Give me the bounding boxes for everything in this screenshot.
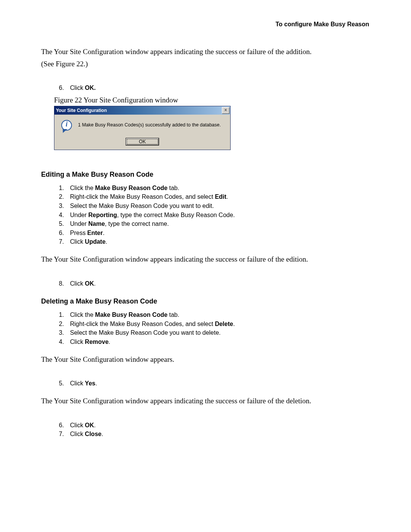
delete-step-2: 7.Click Close. xyxy=(53,430,369,438)
deleting-heading: Deleting a Make Busy Reason Code xyxy=(41,297,369,305)
edit-step-7: 7.Click Update. xyxy=(53,238,369,246)
step-number: 3. xyxy=(53,329,64,337)
step-text: Under Reporting, type the correct Make B… xyxy=(70,211,369,219)
edit-step-3: 3.Select the Make Busy Reason Code you w… xyxy=(53,202,369,210)
step-number: 4. xyxy=(53,211,64,219)
step-number: 6. xyxy=(53,229,64,237)
step-6: 6. Click OK. xyxy=(53,84,369,92)
info-icon xyxy=(61,120,73,132)
step-number: 2. xyxy=(53,193,64,201)
step-number: 5. xyxy=(53,220,64,228)
delete-step-3: 3.Select the Make Busy Reason Code you w… xyxy=(53,329,369,337)
step-number: 7. xyxy=(53,430,64,438)
step-text: Right-click the Make Busy Reason Codes, … xyxy=(70,193,369,201)
site-configuration-dialog: Your Site Configuration × 1 Make Busy Re… xyxy=(54,106,231,150)
edit-step-4: 4.Under Reporting, type the correct Make… xyxy=(53,211,369,219)
step-text: Click OK. xyxy=(70,421,369,430)
step-text: Click xyxy=(70,85,85,91)
editing-heading: Editing a Make Busy Reason Code xyxy=(41,171,369,179)
page-header: To configure Make Busy Reason xyxy=(41,21,369,28)
intro-line-1: The Your Site Configuration window appea… xyxy=(41,47,369,57)
step-number: 1. xyxy=(53,311,64,319)
edit-step-5: 5.Under Name, type the correct name. xyxy=(53,220,369,228)
delete-step-4: 4.Click Remove. xyxy=(53,338,369,346)
step-text: Click Remove. xyxy=(70,338,369,346)
figure-caption: Figure 22 Your Site Configuration window xyxy=(54,96,369,104)
deleting-mid2: The Your Site Configuration window appea… xyxy=(41,396,369,406)
step-number: 5. xyxy=(53,379,64,388)
step-text: Right-click the Make Busy Reason Codes, … xyxy=(70,320,369,328)
step-text: Click Update. xyxy=(70,238,369,246)
step-number: 6. xyxy=(53,421,64,430)
step-number: 3. xyxy=(53,202,64,210)
step-number: 1. xyxy=(53,184,64,192)
step-text: Select the Make Busy Reason Code you wan… xyxy=(70,329,369,337)
edit-step-2: 2.Right-click the Make Busy Reason Codes… xyxy=(53,193,369,201)
dialog-titlebar: Your Site Configuration × xyxy=(54,106,230,115)
step-text: Under Name, type the correct name. xyxy=(70,220,369,228)
editing-after: The Your Site Configuration window appea… xyxy=(41,254,369,264)
step-number: 6. xyxy=(53,84,64,92)
deleting-mid1: The Your Site Configuration window appea… xyxy=(41,355,369,364)
step-text: Click Yes. xyxy=(70,379,369,388)
edit-step-1: 8.Click OK. xyxy=(53,280,369,288)
delete-step-1: 6.Click OK. xyxy=(53,421,369,430)
step-bold: OK. xyxy=(85,85,96,91)
edit-step-1: 1.Click the Make Busy Reason Code tab. xyxy=(53,184,369,192)
step-text: Click the Make Busy Reason Code tab. xyxy=(70,311,369,319)
delete-step-1: 1.Click the Make Busy Reason Code tab. xyxy=(53,311,369,319)
step-number: 8. xyxy=(53,280,64,288)
step-number: 7. xyxy=(53,238,64,246)
intro-line-2: (See Figure 22.) xyxy=(41,59,369,69)
delete-step-2: 2.Right-click the Make Busy Reason Codes… xyxy=(53,320,369,328)
ok-button[interactable]: OK xyxy=(126,138,159,145)
step-text: Click the Make Busy Reason Code tab. xyxy=(70,184,369,192)
step-text: Select the Make Busy Reason Code you wan… xyxy=(70,202,369,210)
edit-step-6: 6.Press Enter. xyxy=(53,229,369,237)
step-number: 2. xyxy=(53,320,64,328)
step-number: 4. xyxy=(53,338,64,346)
delete-step-1: 5.Click Yes. xyxy=(53,379,369,388)
dialog-title: Your Site Configuration xyxy=(56,108,222,113)
step-text: Click OK. xyxy=(70,280,369,288)
dialog-message: 1 Make Busy Reason Codes(s) successfully… xyxy=(78,120,221,128)
close-icon[interactable]: × xyxy=(222,107,229,114)
step-text: Click Close. xyxy=(70,430,369,438)
step-text: Press Enter. xyxy=(70,229,369,237)
